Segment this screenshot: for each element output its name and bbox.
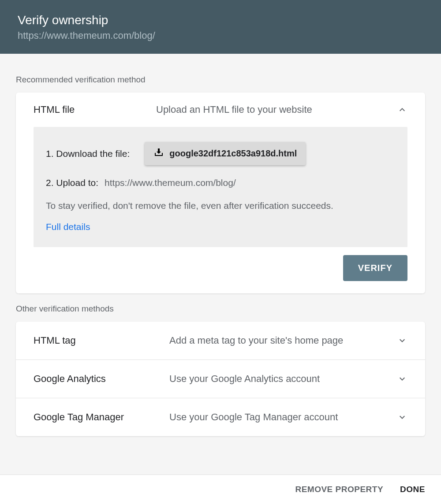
property-url: https://www.themeum.com/blog/: [18, 30, 423, 41]
method-expanded-body: 1. Download the file: google32df121c853a…: [16, 127, 425, 293]
method-name: HTML file: [34, 104, 144, 115]
dialog-content: Recommended verification method HTML fil…: [0, 54, 441, 436]
download-icon: [153, 147, 164, 160]
chevron-down-icon: [397, 335, 407, 346]
dialog-header: Verify ownership https://www.themeum.com…: [0, 0, 441, 54]
step-2: 2. Upload to: https://www.themeum.com/bl…: [46, 178, 395, 188]
chevron-up-icon: [397, 104, 407, 115]
method-desc: Use your Google Analytics account: [169, 373, 385, 385]
recommended-section-label: Recommended verification method: [16, 75, 425, 85]
instructions-box: 1. Download the file: google32df121c853a…: [34, 127, 407, 247]
method-desc: Upload an HTML file to your website: [156, 104, 385, 115]
recommended-method-card: HTML file Upload an HTML file to your we…: [16, 93, 425, 293]
verify-button[interactable]: VERIFY: [343, 255, 407, 281]
remove-property-button[interactable]: REMOVE PROPERTY: [295, 485, 383, 494]
method-row-google-tag-manager[interactable]: Google Tag Manager Use your Google Tag M…: [16, 398, 425, 436]
page-title: Verify ownership: [18, 13, 423, 27]
full-details-link[interactable]: Full details: [46, 222, 90, 232]
dialog-footer: REMOVE PROPERTY DONE: [0, 474, 441, 504]
other-methods-list: HTML tag Add a meta tag to your site's h…: [16, 322, 425, 436]
method-desc: Use your Google Tag Manager account: [169, 411, 385, 423]
method-name: Google Analytics: [34, 373, 157, 385]
other-section-label: Other verification methods: [16, 304, 425, 314]
method-name: Google Tag Manager: [34, 411, 157, 423]
method-row-html-tag[interactable]: HTML tag Add a meta tag to your site's h…: [16, 322, 425, 360]
html-file-method-header[interactable]: HTML file Upload an HTML file to your we…: [16, 93, 425, 127]
chevron-down-icon: [397, 374, 407, 384]
step-2-label: 2. Upload to:: [46, 178, 98, 188]
method-row-google-analytics[interactable]: Google Analytics Use your Google Analyti…: [16, 360, 425, 398]
step-2-url: https://www.themeum.com/blog/: [105, 178, 236, 188]
step-1: 1. Download the file: google32df121c853a…: [46, 142, 395, 165]
method-desc: Add a meta tag to your site's home page: [169, 335, 385, 346]
done-button[interactable]: DONE: [400, 485, 425, 494]
download-filename: google32df121c853a918d.html: [169, 148, 297, 159]
chevron-down-icon: [397, 412, 407, 422]
method-name: HTML tag: [34, 335, 157, 346]
step-1-label: 1. Download the file:: [46, 148, 130, 159]
verify-row: VERIFY: [34, 255, 407, 281]
download-file-button[interactable]: google32df121c853a918d.html: [145, 142, 306, 165]
verification-note: To stay verified, don't remove the file,…: [46, 200, 395, 211]
